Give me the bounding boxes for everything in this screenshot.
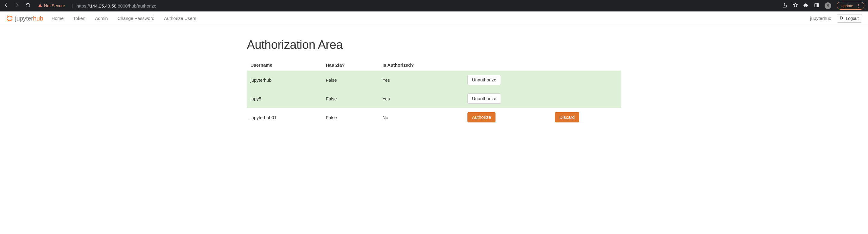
nav-change-password[interactable]: Change Password (118, 16, 155, 21)
url-host: 144.25.40.58 (90, 3, 117, 8)
th-action1 (464, 59, 551, 70)
share-icon[interactable] (782, 3, 787, 9)
separator: | (72, 3, 73, 8)
authorize-button[interactable]: Authorize (467, 112, 495, 122)
star-icon[interactable] (793, 2, 798, 9)
nav-authorize-users[interactable]: Authorize Users (164, 16, 196, 21)
signout-icon (840, 16, 844, 21)
url-scheme: https (76, 3, 87, 8)
jupyter-logo-icon (6, 15, 13, 22)
nav-home[interactable]: Home (52, 16, 64, 21)
cell-action2 (551, 89, 621, 108)
nav-admin[interactable]: Admin (95, 16, 108, 21)
avatar-letter: S (827, 4, 829, 8)
address-bar[interactable]: https://144.25.40.58:8000/hub/authorize (76, 3, 780, 8)
update-button[interactable]: Update ⋮ (837, 2, 864, 10)
app-navbar: jupyterhub Home Token Admin Change Passw… (0, 11, 868, 25)
cell-action2 (551, 70, 621, 89)
discard-button[interactable]: Discard (555, 112, 579, 122)
table-row: jupy5 False Yes Unauthorize (247, 89, 621, 108)
authorization-table: Username Has 2fa? Is Authorized? jupyter… (247, 59, 621, 127)
table-row: jupyterhub False Yes Unauthorize (247, 70, 621, 89)
cell-has-2fa: False (322, 108, 379, 127)
nav-right: jupyterhub Logout (810, 14, 862, 23)
jupyterhub-logo[interactable]: jupyterhub (6, 15, 43, 22)
logout-button[interactable]: Logout (837, 14, 862, 23)
table-header-row: Username Has 2fa? Is Authorized? (247, 59, 621, 70)
cell-action1: Unauthorize (464, 70, 551, 89)
cell-has-2fa: False (322, 89, 379, 108)
main-container: Authorization Area Username Has 2fa? Is … (247, 25, 621, 139)
nav-links: Home Token Admin Change Password Authori… (52, 16, 196, 21)
security-label: Not Secure (44, 3, 65, 8)
th-username: Username (247, 59, 322, 70)
th-is-authorized: Is Authorized? (379, 59, 464, 70)
cell-action2: Discard (551, 108, 621, 127)
svg-rect-1 (40, 6, 40, 6)
svg-rect-0 (40, 4, 40, 6)
table-row: jupyterhub01 False No Authorize Discard (247, 108, 621, 127)
browser-chrome-bar: Not Secure | https://144.25.40.58:8000/h… (0, 0, 868, 11)
cell-action1: Authorize (464, 108, 551, 127)
unauthorize-button[interactable]: Unauthorize (467, 93, 501, 104)
cell-is-authorized: Yes (379, 70, 464, 89)
browser-right-icons: S Update ⋮ (782, 2, 864, 10)
unauthorize-button[interactable]: Unauthorize (467, 75, 501, 85)
svg-rect-4 (817, 3, 818, 7)
browser-nav-icons (4, 2, 31, 9)
warning-triangle-icon (38, 3, 42, 8)
extensions-icon[interactable] (804, 3, 809, 9)
cell-username: jupyterhub (247, 70, 322, 89)
cell-username: jupy5 (247, 89, 322, 108)
cell-username: jupyterhub01 (247, 108, 322, 127)
cell-is-authorized: No (379, 108, 464, 127)
profile-avatar[interactable]: S (825, 2, 831, 9)
forward-icon[interactable] (14, 2, 20, 9)
panel-icon[interactable] (814, 3, 819, 9)
cell-action1: Unauthorize (464, 89, 551, 108)
back-icon[interactable] (4, 2, 9, 9)
url-path: :8000/hub/authorize (116, 3, 156, 8)
reload-icon[interactable] (25, 2, 31, 9)
th-action2 (551, 59, 621, 70)
nav-username: jupyterhub (810, 16, 831, 21)
logout-label: Logout (846, 16, 859, 21)
th-has-2fa: Has 2fa? (322, 59, 379, 70)
logo-text: jupyterhub (15, 15, 43, 22)
menu-dots-icon[interactable]: ⋮ (856, 3, 861, 8)
url-scheme-sep: :// (86, 3, 90, 8)
cell-has-2fa: False (322, 70, 379, 89)
cell-is-authorized: Yes (379, 89, 464, 108)
update-label: Update (841, 4, 853, 8)
security-warning[interactable]: Not Secure (38, 3, 65, 8)
page-title: Authorization Area (247, 38, 621, 52)
nav-token[interactable]: Token (73, 16, 85, 21)
